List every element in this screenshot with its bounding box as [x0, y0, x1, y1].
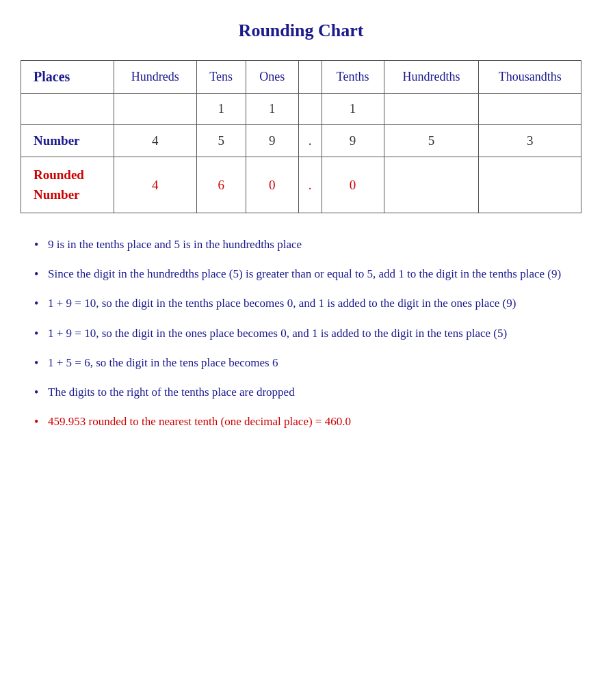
rounded-label: RoundedNumber	[21, 157, 114, 213]
bullet-4: 1 + 9 = 10, so the digit in the ones pla…	[34, 324, 581, 342]
header-tens: Tens	[196, 61, 246, 94]
digit-ones: 1	[246, 94, 298, 125]
digit-hundreds	[114, 94, 196, 125]
bullet-2: Since the digit in the hundredths place …	[34, 265, 581, 283]
digit-thousandths	[479, 94, 581, 125]
bullet-7: 459.953 rounded to the nearest tenth (on…	[34, 412, 581, 431]
header-ones: Ones	[246, 61, 298, 94]
rounding-chart-table: Places Hundreds Tens Ones Tenths Hundred…	[21, 60, 581, 213]
header-dot-spacer	[298, 61, 322, 94]
bullet-5: 1 + 5 = 6, so the digit in the tens plac…	[34, 353, 581, 372]
rounded-ones: 0	[246, 157, 298, 213]
digit-hundredths	[384, 94, 479, 125]
page-title: Rounding Chart	[21, 21, 581, 41]
number-hundredths: 5	[384, 125, 479, 157]
rounded-dot: .	[298, 157, 322, 213]
digit-tenths: 1	[322, 94, 384, 125]
number-ones: 9	[246, 125, 298, 157]
number-tens: 5	[196, 125, 246, 157]
bullet-3: 1 + 9 = 10, so the digit in the tenths p…	[34, 294, 581, 312]
bullet-6: The digits to the right of the tenths pl…	[34, 383, 581, 401]
header-thousandths: Thousandths	[479, 61, 581, 94]
number-tenths: 9	[322, 125, 384, 157]
bullet-1: 9 is in the tenths place and 5 is in the…	[34, 235, 581, 254]
number-dot: .	[298, 125, 322, 157]
digit-tens: 1	[196, 94, 246, 125]
header-tenths: Tenths	[322, 61, 384, 94]
number-thousandths: 3	[479, 125, 581, 157]
header-hundreds: Hundreds	[114, 61, 196, 94]
rounded-hundredths	[384, 157, 479, 213]
number-hundreds: 4	[114, 125, 196, 157]
header-hundredths: Hundredths	[384, 61, 479, 94]
rounded-hundreds: 4	[114, 157, 196, 213]
header-places: Places	[21, 61, 114, 94]
digit-dot	[298, 94, 322, 125]
rounded-thousandths	[479, 157, 581, 213]
rounded-tenths: 0	[322, 157, 384, 213]
explanations-list: 9 is in the tenths place and 5 is in the…	[21, 235, 581, 431]
digit-label	[21, 94, 114, 125]
rounded-tens: 6	[196, 157, 246, 213]
number-label: Number	[21, 125, 114, 157]
